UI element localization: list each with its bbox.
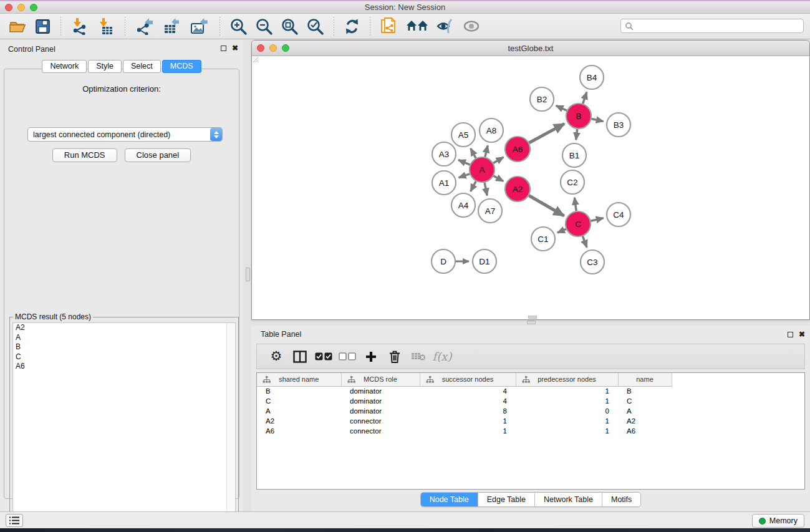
tab-edge-table[interactable]: Edge Table bbox=[478, 493, 535, 506]
export-image-button[interactable] bbox=[186, 16, 214, 36]
network-canvas[interactable]: AA1A2A3A4A5A6A7A8BB1B2B3B4CC1C2C3C4DD1 bbox=[252, 56, 809, 319]
node-C3[interactable]: C3 bbox=[581, 250, 604, 274]
zoom-fit-button[interactable] bbox=[277, 16, 302, 36]
delete-column-button[interactable] bbox=[383, 347, 407, 367]
search-input[interactable] bbox=[636, 19, 803, 32]
column-header-name[interactable]: name bbox=[618, 373, 672, 386]
node-D1[interactable]: D1 bbox=[473, 249, 496, 273]
node-A6[interactable]: A6 bbox=[505, 137, 530, 162]
table-settings-button[interactable]: ⚙ bbox=[264, 347, 288, 367]
edge-A-A1[interactable] bbox=[459, 174, 470, 178]
tab-network[interactable]: Network bbox=[42, 60, 87, 73]
resize-grip-icon[interactable] bbox=[252, 56, 259, 63]
run-mcds-button[interactable]: Run MCDS bbox=[52, 148, 117, 162]
edge-A-A2[interactable] bbox=[493, 176, 503, 181]
node-A4[interactable]: A4 bbox=[451, 193, 475, 217]
edge-A-A5[interactable] bbox=[471, 148, 476, 158]
import-table-button[interactable] bbox=[93, 16, 119, 36]
export-network-button[interactable] bbox=[131, 16, 158, 36]
close-panel-button[interactable]: Close panel bbox=[125, 148, 191, 162]
import-network-button[interactable] bbox=[67, 16, 93, 36]
tab-mcds[interactable]: MCDS bbox=[162, 60, 201, 73]
scrollbar[interactable] bbox=[226, 323, 235, 525]
edge-A-A3[interactable] bbox=[458, 160, 470, 165]
edge-C-C2[interactable] bbox=[574, 198, 576, 211]
tab-style[interactable]: Style bbox=[88, 60, 122, 73]
edge-A-A7[interactable] bbox=[485, 183, 487, 196]
edge-A-A4[interactable] bbox=[471, 181, 476, 191]
node-B3[interactable]: B3 bbox=[607, 113, 630, 137]
task-history-button[interactable] bbox=[6, 514, 23, 527]
mcds-result-list[interactable]: A2ABCA6 bbox=[12, 322, 236, 526]
open-session-button[interactable] bbox=[5, 16, 31, 36]
column-header-predecessor-nodes[interactable]: predecessor nodes bbox=[516, 373, 618, 386]
edge-C-C4[interactable] bbox=[591, 218, 603, 221]
node-A8[interactable]: A8 bbox=[480, 118, 503, 142]
refresh-view-button[interactable] bbox=[340, 16, 364, 36]
node-C[interactable]: C bbox=[566, 211, 591, 236]
node-A1[interactable]: A1 bbox=[432, 171, 456, 195]
tab-select[interactable]: Select bbox=[123, 60, 161, 73]
edge-B-B2[interactable] bbox=[556, 105, 567, 110]
close-panel-icon[interactable]: ✖ bbox=[799, 331, 805, 337]
column-header-mcds-role[interactable]: MCDS role bbox=[341, 373, 420, 386]
home-layout-button[interactable] bbox=[402, 16, 432, 36]
network-from-file-button[interactable] bbox=[376, 16, 402, 36]
node-B2[interactable]: B2 bbox=[530, 87, 554, 111]
show-columns-button[interactable] bbox=[288, 347, 312, 367]
mcds-result-item[interactable]: A bbox=[13, 333, 235, 343]
node-A3[interactable]: A3 bbox=[432, 142, 456, 166]
table-row[interactable]: Bdominator41B bbox=[257, 386, 804, 396]
edge-A6-B[interactable] bbox=[529, 123, 564, 143]
split-divider-handle[interactable] bbox=[246, 268, 250, 281]
table-row[interactable]: A2connector11A2 bbox=[257, 416, 804, 426]
edge-C-C3[interactable] bbox=[582, 236, 587, 248]
node-A7[interactable]: A7 bbox=[478, 199, 502, 223]
tab-node-table[interactable]: Node Table bbox=[421, 493, 478, 506]
edge-A-A8[interactable] bbox=[485, 145, 488, 157]
node-C4[interactable]: C4 bbox=[607, 203, 630, 226]
export-table-button[interactable] bbox=[158, 16, 186, 36]
zoom-selected-button[interactable] bbox=[302, 16, 328, 36]
function-builder-button[interactable]: f(x) bbox=[430, 347, 454, 367]
float-panel-icon[interactable] bbox=[788, 332, 793, 337]
tab-network-table[interactable]: Network Table bbox=[535, 493, 602, 506]
node-C2[interactable]: C2 bbox=[561, 170, 584, 194]
node-A[interactable]: A bbox=[470, 157, 494, 182]
select-all-columns-button[interactable] bbox=[312, 347, 335, 367]
mcds-result-item[interactable]: A2 bbox=[13, 323, 235, 333]
table-row[interactable]: Adominator80A bbox=[257, 406, 804, 416]
horizontal-scrollbar-thumb[interactable] bbox=[528, 316, 537, 319]
edge-B-B3[interactable] bbox=[592, 118, 604, 121]
node-A5[interactable]: A5 bbox=[451, 123, 475, 147]
create-column-button[interactable] bbox=[359, 347, 383, 367]
hide-graphics-details-button[interactable] bbox=[432, 16, 458, 36]
node-D[interactable]: D bbox=[432, 249, 455, 273]
node-C1[interactable]: C1 bbox=[531, 227, 555, 251]
save-session-button[interactable] bbox=[31, 16, 55, 36]
table-row[interactable]: Cdominator41C bbox=[257, 396, 804, 406]
mcds-result-item[interactable]: B bbox=[13, 342, 235, 352]
delete-table-button[interactable] bbox=[407, 347, 430, 367]
edge-B-B4[interactable] bbox=[583, 92, 587, 104]
memory-button[interactable]: Memory bbox=[752, 514, 804, 528]
show-graphics-details-button[interactable] bbox=[458, 16, 485, 36]
node-B1[interactable]: B1 bbox=[562, 143, 586, 167]
mcds-result-item[interactable]: A6 bbox=[13, 362, 235, 372]
table-row[interactable]: A6connector11A6 bbox=[257, 426, 804, 436]
float-panel-icon[interactable] bbox=[221, 46, 226, 51]
column-header-shared-name[interactable]: shared name bbox=[257, 373, 341, 386]
node-A2[interactable]: A2 bbox=[505, 177, 530, 201]
edge-B-B1[interactable] bbox=[576, 129, 577, 140]
edge-A-A6[interactable] bbox=[493, 157, 503, 163]
edge-C-C1[interactable] bbox=[557, 229, 566, 233]
edge-A2-C[interactable] bbox=[529, 195, 564, 216]
deselect-all-columns-button[interactable] bbox=[335, 347, 359, 367]
column-header-successor-nodes[interactable]: successor nodes bbox=[420, 373, 516, 386]
mcds-result-item[interactable]: C bbox=[13, 352, 235, 362]
split-divider-handle[interactable] bbox=[527, 321, 536, 324]
tab-motifs[interactable]: Motifs bbox=[602, 493, 640, 506]
node-B4[interactable]: B4 bbox=[580, 65, 604, 89]
zoom-out-button[interactable] bbox=[251, 16, 277, 36]
zoom-in-button[interactable] bbox=[226, 16, 251, 36]
